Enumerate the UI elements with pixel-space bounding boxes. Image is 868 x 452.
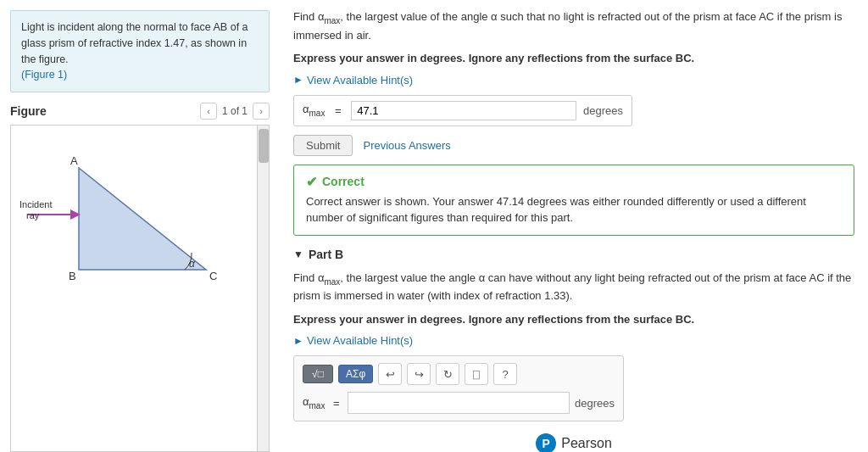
part-b-hint-arrow-icon: ►	[293, 335, 303, 347]
pearson-footer: P Pearson	[293, 433, 854, 452]
toolbar-buttons-row: √□ AΣφ ↩ ↪ ↻ ⎕ ?	[303, 363, 615, 385]
help-button[interactable]: ?	[493, 363, 517, 385]
refresh-button[interactable]: ↻	[436, 363, 459, 385]
part-a-bold-instruction: Express your answer in degrees. Ignore a…	[293, 52, 694, 64]
svg-text:A: A	[70, 154, 78, 167]
part-b-instruction: Express your answer in degrees. Ignore a…	[293, 311, 854, 328]
correct-label: Correct	[322, 175, 364, 188]
part-b-alpha-label: αmax	[303, 395, 325, 410]
correct-header: ✔ Correct	[306, 174, 842, 190]
part-b-header[interactable]: ▼ Part B	[293, 248, 854, 261]
hint-arrow-icon: ►	[293, 74, 303, 86]
submit-button[interactable]: Submit	[293, 135, 353, 156]
figure-header: Figure ‹ 1 of 1 ›	[10, 103, 270, 120]
next-figure-button[interactable]: ›	[253, 103, 270, 120]
math-toolbar: √□ AΣφ ↩ ↪ ↻ ⎕ ? αmax = degrees	[293, 355, 624, 421]
prev-figure-button[interactable]: ‹	[200, 103, 217, 120]
part-b-equals: =	[330, 397, 342, 410]
svg-text:α: α	[189, 258, 196, 270]
figure-link[interactable]: (Figure 1)	[21, 69, 67, 81]
part-a-unit: degrees	[583, 104, 623, 117]
sqrt-button[interactable]: √□	[303, 365, 333, 383]
part-a-answer-row: αmax = degrees	[293, 95, 632, 126]
alpha-sub-max-b: max	[324, 276, 340, 286]
svg-text:Incident: Incident	[19, 199, 53, 209]
keyboard-button[interactable]: ⎕	[465, 363, 488, 385]
part-b-arrow-icon: ▼	[293, 248, 303, 260]
part-b-title: Part B	[309, 248, 343, 261]
alpha-sigma-button[interactable]: AΣφ	[338, 365, 373, 383]
info-box: Light is incident along the normal to fa…	[10, 10, 270, 92]
scrollbar[interactable]	[257, 126, 269, 451]
part-a-equals: =	[331, 104, 344, 117]
checkmark-icon: ✔	[306, 174, 317, 190]
right-panel: Find αmax, the largest value of the angl…	[280, 0, 868, 452]
part-a-alpha-label: αmax	[303, 103, 325, 118]
pearson-logo-icon: P	[536, 433, 556, 452]
figure-diagram: A B C α Incident ray	[11, 126, 269, 312]
part-b-unit: degrees	[575, 397, 615, 410]
part-a-hint-link[interactable]: ► View Available Hint(s)	[293, 74, 854, 86]
figure-container: A B C α Incident ray	[10, 125, 270, 452]
part-a-instruction: Express your answer in degrees. Ignore a…	[293, 50, 854, 67]
svg-text:C: C	[209, 270, 217, 282]
figure-count: 1 of 1	[222, 105, 248, 117]
info-text: Light is incident along the normal to fa…	[21, 21, 248, 65]
part-a-hint-label: View Available Hint(s)	[307, 74, 413, 86]
part-b-hint-label: View Available Hint(s)	[307, 334, 413, 347]
submit-row: Submit Previous Answers	[293, 135, 854, 156]
correct-body: Correct answer is shown. Your answer 47.…	[306, 193, 842, 226]
left-panel: Light is incident along the normal to fa…	[0, 0, 280, 452]
part-b-answer-input[interactable]	[348, 392, 570, 414]
part-b-bold-instruction: Express your answer in degrees. Ignore a…	[293, 313, 694, 326]
part-b-answer-row: αmax = degrees	[303, 392, 615, 414]
part-a-problem: Find αmax, the largest value of the angl…	[293, 8, 854, 43]
part-b-hint-link[interactable]: ► View Available Hint(s)	[293, 334, 854, 347]
prism-diagram: A B C α Incident ray	[11, 126, 257, 312]
svg-text:ray: ray	[26, 210, 40, 220]
figure-title: Figure	[10, 104, 47, 118]
alpha-sub-max-a: max	[324, 16, 340, 25]
undo-button[interactable]: ↩	[378, 363, 402, 385]
part-a-answer-input[interactable]	[351, 101, 576, 120]
figure-nav: ‹ 1 of 1 ›	[200, 103, 270, 120]
correct-box: ✔ Correct Correct answer is shown. Your …	[293, 165, 854, 236]
scroll-thumb[interactable]	[259, 129, 269, 163]
pearson-brand: Pearson	[561, 436, 612, 451]
previous-answers-link[interactable]: Previous Answers	[363, 139, 450, 152]
part-b-problem: Find αmax, the largest value the angle α…	[293, 270, 854, 304]
redo-button[interactable]: ↪	[407, 363, 431, 385]
svg-text:B: B	[69, 270, 76, 282]
